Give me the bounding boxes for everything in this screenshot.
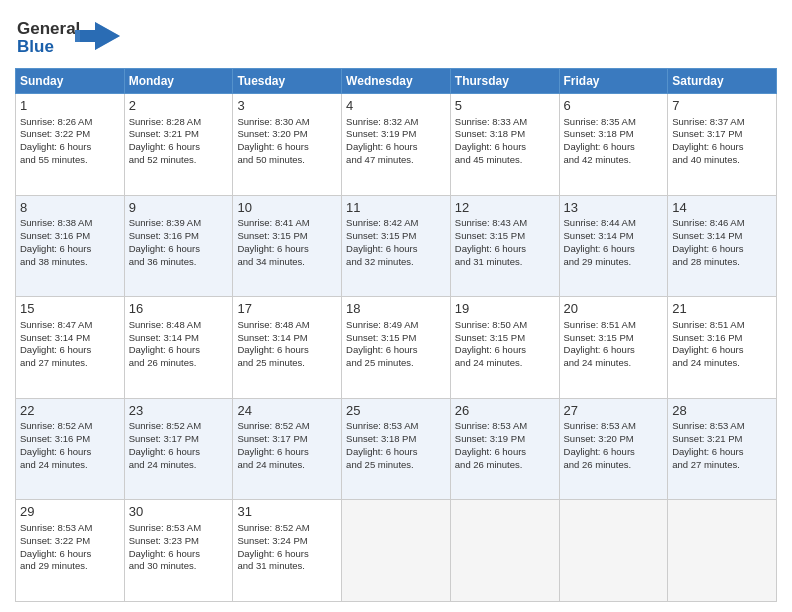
day-info-line: Sunrise: 8:30 AM bbox=[237, 116, 337, 129]
day-info-line: Daylight: 6 hours bbox=[129, 446, 229, 459]
day-number: 10 bbox=[237, 199, 337, 217]
calendar-cell: 11Sunrise: 8:42 AMSunset: 3:15 PMDayligh… bbox=[342, 195, 451, 297]
calendar-cell: 25Sunrise: 8:53 AMSunset: 3:18 PMDayligh… bbox=[342, 398, 451, 500]
day-info-line: Sunset: 3:14 PM bbox=[672, 230, 772, 243]
day-info-line: Sunset: 3:16 PM bbox=[672, 332, 772, 345]
day-info-line: and 25 minutes. bbox=[346, 357, 446, 370]
day-info-line: Sunrise: 8:41 AM bbox=[237, 217, 337, 230]
day-number: 29 bbox=[20, 503, 120, 521]
day-info-line: Sunrise: 8:52 AM bbox=[129, 420, 229, 433]
day-number: 9 bbox=[129, 199, 229, 217]
day-info-line: Sunset: 3:16 PM bbox=[129, 230, 229, 243]
calendar-cell: 29Sunrise: 8:53 AMSunset: 3:22 PMDayligh… bbox=[16, 500, 125, 602]
day-info-line: Sunset: 3:18 PM bbox=[564, 128, 664, 141]
calendar-week-row: 8Sunrise: 8:38 AMSunset: 3:16 PMDaylight… bbox=[16, 195, 777, 297]
day-info-line: Daylight: 6 hours bbox=[455, 446, 555, 459]
day-info-line: Daylight: 6 hours bbox=[455, 243, 555, 256]
calendar-cell: 27Sunrise: 8:53 AMSunset: 3:20 PMDayligh… bbox=[559, 398, 668, 500]
day-info-line: Sunrise: 8:42 AM bbox=[346, 217, 446, 230]
calendar-cell: 10Sunrise: 8:41 AMSunset: 3:15 PMDayligh… bbox=[233, 195, 342, 297]
day-info-line: Daylight: 6 hours bbox=[672, 243, 772, 256]
day-info-line: and 26 minutes. bbox=[455, 459, 555, 472]
day-info-line: Daylight: 6 hours bbox=[564, 446, 664, 459]
day-info-line: Sunrise: 8:48 AM bbox=[129, 319, 229, 332]
day-info-line: Daylight: 6 hours bbox=[237, 141, 337, 154]
day-info-line: Sunrise: 8:39 AM bbox=[129, 217, 229, 230]
day-info-line: and 40 minutes. bbox=[672, 154, 772, 167]
day-info-line: Daylight: 6 hours bbox=[672, 446, 772, 459]
calendar-cell: 31Sunrise: 8:52 AMSunset: 3:24 PMDayligh… bbox=[233, 500, 342, 602]
calendar-header-monday: Monday bbox=[124, 69, 233, 94]
day-info-line: and 24 minutes. bbox=[20, 459, 120, 472]
day-info-line: Sunset: 3:21 PM bbox=[129, 128, 229, 141]
day-number: 22 bbox=[20, 402, 120, 420]
day-info-line: Sunset: 3:24 PM bbox=[237, 535, 337, 548]
day-number: 30 bbox=[129, 503, 229, 521]
day-info-line: and 52 minutes. bbox=[129, 154, 229, 167]
day-info-line: and 24 minutes. bbox=[672, 357, 772, 370]
calendar-header-wednesday: Wednesday bbox=[342, 69, 451, 94]
calendar-header-tuesday: Tuesday bbox=[233, 69, 342, 94]
day-info-line: Sunrise: 8:51 AM bbox=[564, 319, 664, 332]
day-number: 7 bbox=[672, 97, 772, 115]
calendar-cell: 1Sunrise: 8:26 AMSunset: 3:22 PMDaylight… bbox=[16, 94, 125, 196]
day-info-line: and 24 minutes. bbox=[237, 459, 337, 472]
day-number: 18 bbox=[346, 300, 446, 318]
day-info-line: and 34 minutes. bbox=[237, 256, 337, 269]
calendar-week-row: 22Sunrise: 8:52 AMSunset: 3:16 PMDayligh… bbox=[16, 398, 777, 500]
calendar-cell: 6Sunrise: 8:35 AMSunset: 3:18 PMDaylight… bbox=[559, 94, 668, 196]
day-info-line: Sunset: 3:19 PM bbox=[455, 433, 555, 446]
day-info-line: Sunrise: 8:28 AM bbox=[129, 116, 229, 129]
day-info-line: Sunset: 3:17 PM bbox=[672, 128, 772, 141]
day-info-line: Sunset: 3:21 PM bbox=[672, 433, 772, 446]
day-info-line: Daylight: 6 hours bbox=[20, 243, 120, 256]
calendar-cell: 16Sunrise: 8:48 AMSunset: 3:14 PMDayligh… bbox=[124, 297, 233, 399]
svg-text:Blue: Blue bbox=[17, 37, 54, 56]
day-number: 12 bbox=[455, 199, 555, 217]
day-info-line: Sunset: 3:15 PM bbox=[455, 230, 555, 243]
day-info-line: Sunset: 3:20 PM bbox=[237, 128, 337, 141]
day-info-line: Daylight: 6 hours bbox=[237, 548, 337, 561]
day-number: 20 bbox=[564, 300, 664, 318]
day-number: 3 bbox=[237, 97, 337, 115]
day-info-line: Daylight: 6 hours bbox=[346, 141, 446, 154]
day-number: 4 bbox=[346, 97, 446, 115]
calendar-cell: 20Sunrise: 8:51 AMSunset: 3:15 PMDayligh… bbox=[559, 297, 668, 399]
calendar-cell: 5Sunrise: 8:33 AMSunset: 3:18 PMDaylight… bbox=[450, 94, 559, 196]
day-number: 19 bbox=[455, 300, 555, 318]
day-info-line: and 25 minutes. bbox=[346, 459, 446, 472]
calendar-cell: 30Sunrise: 8:53 AMSunset: 3:23 PMDayligh… bbox=[124, 500, 233, 602]
header: General Blue bbox=[15, 10, 777, 62]
day-info-line: Daylight: 6 hours bbox=[455, 344, 555, 357]
calendar-header-saturday: Saturday bbox=[668, 69, 777, 94]
day-info-line: Daylight: 6 hours bbox=[346, 446, 446, 459]
calendar-cell bbox=[668, 500, 777, 602]
calendar-cell: 15Sunrise: 8:47 AMSunset: 3:14 PMDayligh… bbox=[16, 297, 125, 399]
day-info-line: Daylight: 6 hours bbox=[129, 141, 229, 154]
day-info-line: Daylight: 6 hours bbox=[346, 243, 446, 256]
day-info-line: Sunrise: 8:46 AM bbox=[672, 217, 772, 230]
day-info-line: Sunrise: 8:44 AM bbox=[564, 217, 664, 230]
day-info-line: Sunrise: 8:51 AM bbox=[672, 319, 772, 332]
day-info-line: Sunset: 3:22 PM bbox=[20, 535, 120, 548]
day-info-line: Sunset: 3:22 PM bbox=[20, 128, 120, 141]
day-info-line: Sunset: 3:18 PM bbox=[346, 433, 446, 446]
day-info-line: and 50 minutes. bbox=[237, 154, 337, 167]
day-info-line: and 47 minutes. bbox=[346, 154, 446, 167]
day-info-line: and 31 minutes. bbox=[455, 256, 555, 269]
day-info-line: Sunrise: 8:32 AM bbox=[346, 116, 446, 129]
day-number: 15 bbox=[20, 300, 120, 318]
day-info-line: Sunset: 3:19 PM bbox=[346, 128, 446, 141]
svg-marker-3 bbox=[80, 22, 120, 50]
calendar-week-row: 15Sunrise: 8:47 AMSunset: 3:14 PMDayligh… bbox=[16, 297, 777, 399]
day-info-line: and 42 minutes. bbox=[564, 154, 664, 167]
day-info-line: Sunset: 3:15 PM bbox=[346, 230, 446, 243]
day-number: 27 bbox=[564, 402, 664, 420]
day-number: 21 bbox=[672, 300, 772, 318]
day-info-line: Sunrise: 8:48 AM bbox=[237, 319, 337, 332]
day-number: 16 bbox=[129, 300, 229, 318]
calendar-cell: 22Sunrise: 8:52 AMSunset: 3:16 PMDayligh… bbox=[16, 398, 125, 500]
day-number: 31 bbox=[237, 503, 337, 521]
day-info-line: Daylight: 6 hours bbox=[564, 344, 664, 357]
calendar-cell: 4Sunrise: 8:32 AMSunset: 3:19 PMDaylight… bbox=[342, 94, 451, 196]
